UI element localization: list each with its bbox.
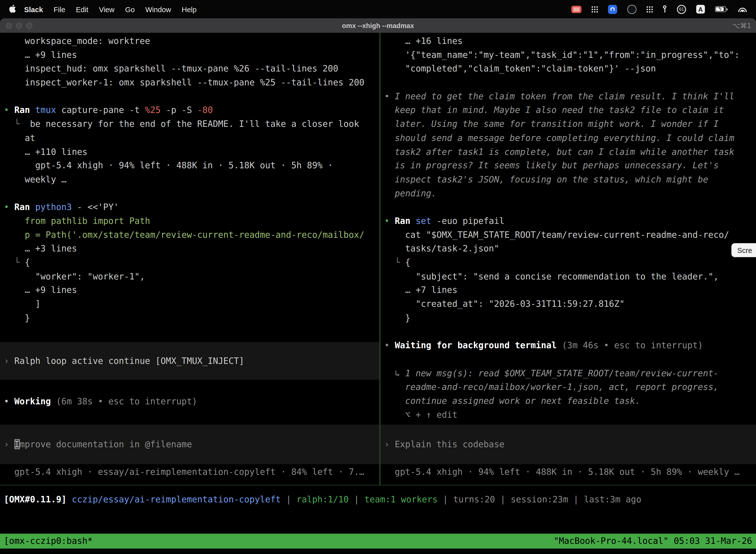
text-segment: cat "$OMX_TEAM_STATE_ROOT/team/review-cu… — [384, 230, 729, 240]
screen-recording-indicator-icon[interactable] — [571, 5, 581, 13]
text-segment: › — [4, 356, 14, 366]
dark-app-icon[interactable] — [627, 4, 636, 14]
key-icon[interactable] — [663, 5, 667, 13]
text-segment: -euo pipefail — [437, 216, 504, 226]
text-segment: Ran — [395, 216, 416, 226]
window-shortcut-hint: ⌥⌘1 — [733, 18, 751, 33]
terminal-line: ⌥ + ↑ edit — [380, 408, 756, 422]
pane-left-status-line: gpt-5.4 xhigh · essay/ai-reimplementatio… — [0, 465, 379, 479]
text-segment: Explain this codebase — [395, 439, 504, 449]
blue-app-icon[interactable] — [608, 4, 617, 14]
terminal-line: is in progress? It seems likely but perh… — [380, 159, 756, 173]
terminal-line: › Ralph loop active continue [OMX_TMUX_I… — [0, 354, 244, 368]
battery-body: ϟ — [715, 6, 726, 12]
terminal-line: └ { — [380, 256, 756, 270]
text-segment: • — [4, 202, 14, 212]
terminal-line: from pathlib import Path — [0, 214, 379, 228]
pane-right-composer[interactable]: › Explain this codebase — [380, 425, 756, 464]
text-segment: [OMX#0.11.9] — [4, 494, 67, 504]
text-segment: "subject": "send a concise recommendatio… — [384, 271, 718, 281]
pane-left[interactable]: workspace_mode: worktree … +9 lines insp… — [0, 33, 379, 485]
window-titlebar[interactable]: omx --xhigh --madmax ⌥⌘1 — [0, 18, 756, 33]
tmux-status-bar: [omx-cczip0:bash* "MacBook-Pro-44.local"… — [0, 534, 756, 549]
composer-text: › Improve documentation in @filename — [0, 437, 192, 451]
text-segment: { — [25, 257, 30, 267]
menu-item-help[interactable]: Help — [176, 5, 202, 13]
horizontal-pane-divider — [0, 485, 756, 486]
input-source-badge[interactable]: A — [696, 5, 705, 13]
apple-icon — [9, 4, 16, 14]
window-title: omx --xhigh --madmax — [0, 18, 756, 33]
battery-icon[interactable]: ϟ — [715, 6, 728, 12]
text-segment: gpt-5.4 xhigh · 94% left · 488K in · 5.1… — [384, 466, 739, 477]
text-segment — [66, 494, 72, 504]
menu-item-file[interactable]: File — [48, 5, 71, 13]
text-segment: pending. — [384, 188, 437, 198]
text-segment: weekly … — [4, 174, 67, 184]
text-segment: turns:20 — [453, 494, 495, 504]
text-segment: … +9 lines — [4, 285, 77, 295]
text-segment: Working — [14, 396, 56, 406]
text-segment: Ran — [14, 105, 35, 115]
text-segment: } — [384, 313, 410, 323]
pane-left-composer[interactable]: › Improve documentation in @filename — [0, 425, 379, 464]
menu-item-window[interactable]: Window — [140, 5, 176, 13]
apple-menu[interactable] — [9, 4, 16, 14]
terminal-line: "created_at": "2026-03-31T11:59:27.816Z" — [380, 297, 756, 311]
text-segment: (6m 38s • esc to interrupt) — [56, 396, 197, 406]
terminal-line: } — [380, 311, 756, 325]
text-segment: (3m 46s • esc to interrupt) — [562, 340, 703, 350]
text-segment: inspect_worker-1: omx sparkshell --tmux-… — [4, 77, 365, 88]
text-segment: • — [4, 396, 14, 406]
terminal-line: '{"team_name":"my-team","task_id":"1","f… — [380, 48, 756, 62]
text-segment: └ — [4, 257, 25, 267]
text-segment: "completed","claim_token":"claim-token"}… — [384, 63, 656, 73]
terminal[interactable]: workspace_mode: worktree … +9 lines insp… — [0, 33, 756, 554]
menu-item-edit[interactable]: Edit — [71, 5, 94, 13]
terminal-line: ↳ 1 new msg(s): read $OMX_TEAM_STATE_ROO… — [380, 366, 756, 380]
pane-right[interactable]: … +16 lines '{"team_name":"my-team","tas… — [380, 33, 756, 485]
terminal-line: • Waiting for background terminal (3m 46… — [380, 339, 756, 353]
text-segment: › — [384, 439, 395, 449]
gauge-badge[interactable]: 61 — [677, 4, 686, 14]
tmux-session-label: [omx-cczip0:bash* — [4, 534, 93, 548]
terminal-line: └ { — [0, 256, 379, 270]
text-segment: I — [14, 439, 19, 449]
text-segment: at — [4, 132, 35, 143]
dots-grid-icon[interactable] — [647, 6, 653, 12]
terminal-line: keep that in mind. Maybe I also need the… — [380, 104, 756, 117]
menu-item-slack[interactable]: Slack — [19, 5, 48, 13]
terminal-line: should send a message before completing … — [380, 131, 756, 145]
text-segment: from pathlib import Path — [4, 216, 150, 226]
text-segment: mprove documentation in @filename — [19, 439, 192, 449]
text-segment: ↳ — [384, 368, 405, 378]
injected-command-band[interactable]: › Ralph loop active continue [OMX_TMUX_I… — [0, 342, 379, 380]
menu-item-view[interactable]: View — [94, 5, 120, 13]
terminal-line: weekly … — [0, 173, 379, 187]
terminal-line: • Working (6m 38s • esc to interrupt) — [0, 395, 379, 409]
text-segment: | — [438, 494, 453, 504]
text-segment: • — [384, 340, 395, 350]
menu-item-go[interactable]: Go — [120, 5, 140, 13]
text-segment: -p -S — [161, 105, 197, 115]
text-segment: - <<'PY' — [77, 202, 119, 212]
text-segment: readme-and-reco/mailbox/worker-1.json, a… — [384, 382, 718, 392]
charging-bolt-icon: ϟ — [718, 5, 722, 12]
terminal-line: … +9 lines — [0, 48, 379, 62]
grid-icon[interactable] — [591, 6, 598, 12]
wifi-icon[interactable] — [738, 6, 747, 12]
terminal-line: } — [0, 311, 379, 325]
text-segment: … +9 lines — [4, 50, 77, 60]
text-segment: • — [384, 91, 395, 101]
text-segment: tmux — [35, 105, 61, 115]
text-segment: › — [4, 439, 14, 449]
terminal-line: … +3 lines — [0, 242, 379, 256]
terminal-line — [0, 90, 379, 104]
notification-toast[interactable]: Scre — [732, 243, 756, 257]
text-segment: set — [416, 216, 437, 226]
text-segment: | — [281, 494, 296, 504]
terminal-line: inspect_hud: omx sparkshell --tmux-pane … — [0, 62, 379, 76]
notification-text: Scre — [737, 246, 752, 254]
text-segment: continue assigned work or next feasible … — [384, 396, 640, 406]
terminal-line: • Ran tmux capture-pane -t %25 -p -S -80 — [0, 104, 379, 117]
